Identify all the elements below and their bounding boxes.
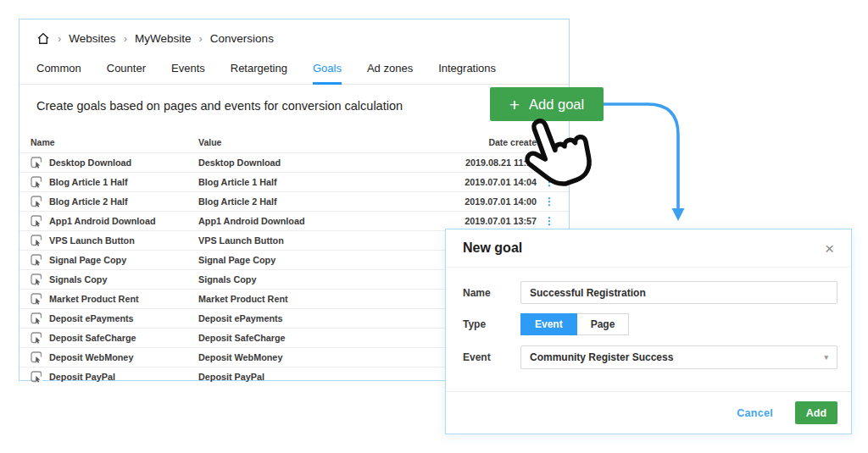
tab-retargeting[interactable]: Retargeting — [231, 54, 287, 84]
breadcrumb-separator: › — [58, 32, 61, 45]
type-field-label: Type — [463, 318, 520, 330]
breadcrumb-item-websites[interactable]: Websites — [69, 32, 115, 45]
name-field-label: Name — [463, 287, 520, 299]
event-field-row: Event Community Register Success ▾ — [463, 345, 837, 369]
goal-name: Market Product Rent — [49, 294, 198, 304]
name-field-row: Name — [463, 281, 837, 304]
modal-footer: Cancel Add — [446, 391, 851, 434]
goal-name: Deposit WebMoney — [49, 352, 198, 362]
new-goal-modal: New goal × Name Type Event Page Event Co… — [445, 229, 852, 434]
kebab-menu-icon[interactable]: ⋮ — [537, 197, 562, 206]
goal-name: App1 Android Download — [49, 216, 198, 226]
breadcrumb-separator: › — [124, 32, 127, 45]
tab-integrations[interactable]: Integrations — [438, 54, 496, 84]
event-select-value: Community Register Success — [530, 351, 673, 363]
goal-click-icon — [31, 371, 49, 383]
table-header-row: Name Value Date create — [19, 132, 569, 152]
goal-value: Market Product Rent — [198, 294, 442, 304]
goal-value: Blog Article 1 Half — [198, 177, 442, 187]
table-row[interactable]: App1 Android Download App1 Android Downl… — [19, 211, 569, 230]
page-description: Create goals based on pages and events f… — [36, 99, 552, 113]
tab-common[interactable]: Common — [36, 54, 81, 84]
breadcrumb-item-mywebsite[interactable]: MyWebsite — [135, 32, 192, 45]
goal-click-icon — [31, 176, 49, 188]
goal-click-icon — [31, 254, 49, 266]
event-field-label: Event — [463, 351, 520, 363]
goal-value: App1 Android Download — [198, 216, 442, 226]
goal-name: Signals Copy — [49, 274, 198, 285]
goal-value: Deposit WebMoney — [198, 352, 442, 362]
goal-click-icon — [31, 293, 49, 305]
goal-value: Deposit PayPal — [198, 372, 442, 382]
goal-name: Deposit SafeCharge — [49, 333, 198, 343]
goal-click-icon — [31, 235, 49, 246]
goal-value: Deposit ePayments — [198, 313, 442, 323]
modal-header: New goal × — [446, 229, 851, 268]
type-option-page[interactable]: Page — [577, 313, 630, 335]
goal-value: Signals Copy — [198, 274, 442, 285]
tab-events[interactable]: Events — [171, 54, 205, 84]
goal-click-icon — [31, 332, 49, 344]
tab-counter[interactable]: Counter — [107, 54, 146, 84]
goal-name: Blog Article 1 Half — [49, 177, 198, 187]
home-icon[interactable] — [36, 32, 50, 45]
goal-click-icon — [31, 215, 49, 227]
add-button[interactable]: Add — [795, 401, 837, 424]
column-header-name: Name — [31, 137, 198, 147]
goal-name: VPS Launch Button — [49, 235, 198, 246]
event-select[interactable]: Community Register Success ▾ — [520, 345, 837, 369]
type-field-row: Type Event Page — [463, 313, 837, 335]
cancel-button[interactable]: Cancel — [737, 407, 773, 419]
goal-value: Blog Article 2 Half — [198, 196, 442, 207]
goal-name: Blog Article 2 Half — [49, 196, 198, 207]
breadcrumb: › Websites › MyWebsite › Conversions — [19, 19, 569, 45]
tabbar: CommonCounterEventsRetargetingGoalsAd zo… — [19, 54, 569, 85]
kebab-menu-icon[interactable]: ⋮ — [537, 217, 562, 225]
breadcrumb-separator: › — [199, 32, 203, 45]
column-header-value: Value — [198, 137, 442, 147]
goal-click-icon — [31, 273, 49, 285]
goal-value: Signal Page Copy — [198, 255, 442, 265]
goal-type-toggle: Event Page — [520, 313, 629, 335]
table-row[interactable]: Desktop Download Desktop Download 2019.0… — [19, 152, 569, 172]
goal-click-icon — [31, 351, 49, 363]
goal-name: Signal Page Copy — [49, 255, 198, 265]
tab-ad-zones[interactable]: Ad zones — [367, 54, 413, 84]
tab-goals[interactable]: Goals — [313, 54, 342, 84]
goal-value: VPS Launch Button — [198, 235, 442, 246]
table-row[interactable]: Blog Article 2 Half Blog Article 2 Half … — [19, 191, 569, 211]
table-row[interactable]: Blog Article 1 Half Blog Article 1 Half … — [19, 172, 569, 191]
goal-click-icon — [31, 312, 49, 324]
goal-date-create: 2019.07.01 14:00 — [442, 196, 537, 207]
type-option-event[interactable]: Event — [520, 313, 577, 335]
goal-name: Deposit PayPal — [49, 372, 198, 382]
goal-name: Desktop Download — [49, 157, 198, 168]
modal-title: New goal — [463, 240, 522, 256]
breadcrumb-item-conversions: Conversions — [210, 32, 274, 45]
hand-cursor-illustration — [519, 105, 604, 196]
goal-value: Deposit SafeCharge — [198, 333, 442, 343]
goal-date-create: 2019.07.01 13:57 — [442, 216, 537, 226]
goal-click-icon — [31, 157, 49, 168]
goal-click-icon — [31, 196, 49, 207]
pointer-arrow-to-modal — [598, 90, 693, 232]
caret-down-icon: ▾ — [824, 353, 828, 362]
close-icon[interactable]: × — [825, 240, 834, 257]
modal-body: Name Type Event Page Event Community Reg… — [446, 268, 851, 369]
goal-name: Deposit ePayments — [49, 313, 198, 323]
goal-name-input[interactable] — [520, 281, 837, 304]
goal-value: Desktop Download — [198, 157, 442, 168]
